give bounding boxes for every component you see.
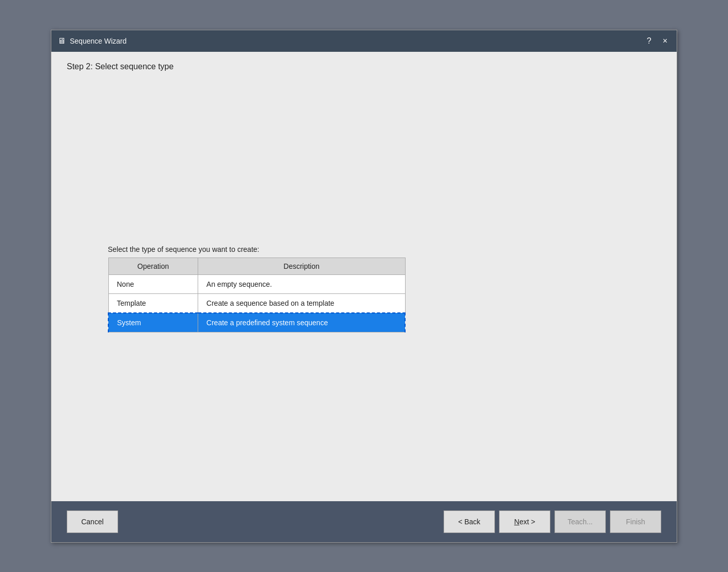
title-bar: 🖥 Sequence Wizard ? × [51,30,677,52]
header-description: Description [198,258,405,274]
back-button[interactable]: < Back [444,510,495,533]
close-button[interactable]: × [660,36,670,46]
cancel-button[interactable]: Cancel [67,510,118,533]
wizard-window: 🖥 Sequence Wizard ? × Step 2: Select seq… [51,30,677,543]
table-row[interactable]: Template Create a sequence based on a te… [108,293,405,313]
main-content: Select the type of sequence you want to … [67,87,661,491]
window-title: Sequence Wizard [70,37,127,45]
step-title: Step 2: Select sequence type [67,62,661,71]
row-description-system: Create a predefined system sequence [198,313,405,332]
header-operation: Operation [108,258,198,274]
footer-left: Cancel [67,510,118,533]
sequence-table: Operation Description None An empty sequ… [108,258,406,332]
table-header: Operation Description [108,258,405,274]
title-bar-controls: ? × [644,36,670,46]
row-operation-template: Template [108,293,198,313]
finish-button[interactable]: Finish [610,510,661,533]
row-operation-none: None [108,274,198,293]
next-button[interactable]: Next > [499,510,550,533]
row-description-none: An empty sequence. [198,274,405,293]
row-operation-system: System [108,313,198,332]
content-area: Step 2: Select sequence type Select the … [51,52,677,501]
help-button[interactable]: ? [644,36,655,46]
footer-right: < Back Next > Teach... Finish [444,510,661,533]
row-description-template: Create a sequence based on a template [198,293,405,313]
table-body: None An empty sequence. Template Create … [108,274,405,332]
title-bar-left: 🖥 Sequence Wizard [58,36,127,46]
table-row-selected[interactable]: System Create a predefined system sequen… [108,313,405,332]
teach-button[interactable]: Teach... [554,510,606,533]
select-label: Select the type of sequence you want to … [108,245,259,253]
footer: Cancel < Back Next > Teach... Finish [51,501,677,542]
table-row[interactable]: None An empty sequence. [108,274,405,293]
window-icon: 🖥 [58,36,66,46]
